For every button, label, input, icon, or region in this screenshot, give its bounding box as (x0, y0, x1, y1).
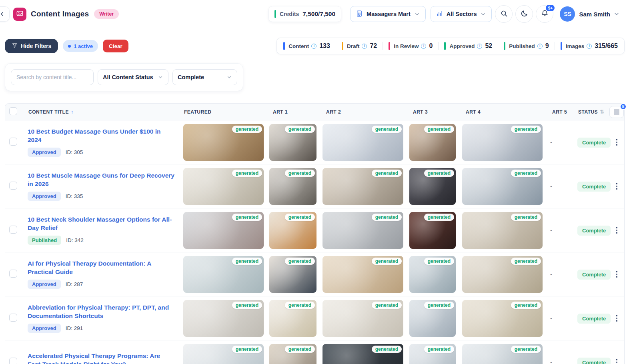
art3-thumbnail[interactable]: generated (409, 344, 456, 364)
featured-thumbnail[interactable]: generated (183, 300, 264, 337)
stat-bar (283, 42, 285, 50)
featured-thumbnail[interactable]: generated (183, 344, 264, 364)
content-title-link[interactable]: AI for Physical Therapy Documentation: A… (28, 260, 176, 276)
art5-empty-value: - (548, 315, 569, 322)
art4-thumbnail[interactable]: generated (462, 168, 543, 205)
column-art4: ART 4 (459, 109, 548, 115)
art1-thumbnail[interactable]: generated (269, 344, 316, 364)
content-table: CONTENT TITLE ↑ FEATURED ART 1 ART 2 ART… (5, 103, 625, 364)
art4-thumbnail[interactable]: generated (462, 344, 543, 364)
select-all-checkbox[interactable] (9, 107, 17, 115)
chevron-down-icon (414, 11, 420, 17)
stat-bar (444, 42, 446, 50)
row-actions-menu[interactable] (611, 312, 623, 325)
credits-card: Credits 7,500/7,500 (268, 6, 341, 22)
status-badge: Approved (28, 192, 61, 201)
sector-label: All Sectors (447, 11, 477, 17)
art2-thumbnail[interactable]: generated (323, 212, 403, 249)
art3-thumbnail[interactable]: generated (409, 124, 456, 161)
art2-thumbnail[interactable]: generated (323, 300, 403, 337)
featured-thumbnail[interactable]: generated (183, 168, 264, 205)
bar-chart-icon (436, 10, 443, 18)
generated-badge: generated (372, 258, 402, 265)
row-checkbox[interactable] (9, 182, 17, 190)
art1-thumbnail[interactable]: generated (269, 168, 316, 205)
generated-badge: generated (285, 170, 315, 177)
moon-icon (521, 10, 528, 18)
art4-thumbnail[interactable]: generated (462, 212, 543, 249)
status-badge: Approved (28, 148, 61, 157)
generated-badge: generated (285, 302, 315, 309)
row-checkbox[interactable] (9, 270, 17, 278)
status-badge: Approved (28, 280, 61, 289)
role-badge: Writer (94, 9, 119, 19)
art2-thumbnail[interactable]: generated (323, 256, 403, 293)
stat-approved: Approved i 52 (444, 42, 492, 50)
table-menu-button[interactable]: 8 (609, 106, 624, 118)
featured-thumbnail[interactable]: generated (183, 256, 264, 293)
art4-thumbnail[interactable]: generated (462, 256, 543, 293)
toolbar: Hide Filters 1 active Clear Content i 13… (5, 38, 625, 54)
row-checkbox[interactable] (9, 138, 17, 146)
row-actions-menu[interactable] (611, 268, 623, 281)
column-content-title[interactable]: CONTENT TITLE ↑ (24, 109, 180, 115)
art5-empty-value: - (548, 139, 569, 146)
art4-thumbnail[interactable]: generated (462, 300, 543, 337)
search-input[interactable] (11, 69, 94, 85)
art2-thumbnail[interactable]: generated (323, 168, 403, 205)
art2-thumbnail[interactable]: generated (323, 124, 403, 161)
column-art2: ART 2 (320, 109, 407, 115)
art3-thumbnail[interactable]: generated (409, 212, 456, 249)
featured-thumbnail[interactable]: generated (183, 124, 264, 161)
image-status-dropdown[interactable]: Complete (172, 69, 237, 85)
generated-badge: generated (511, 258, 541, 265)
chevron-down-icon (226, 74, 232, 80)
art1-thumbnail[interactable]: generated (269, 124, 316, 161)
row-actions-menu[interactable] (611, 180, 623, 193)
content-title-link[interactable]: 10 Best Budget Massage Guns Under $100 i… (28, 128, 176, 144)
search-button[interactable] (495, 5, 513, 23)
hide-filters-button[interactable]: Hide Filters (5, 39, 58, 53)
content-status-dropdown[interactable]: All Content Status (98, 69, 168, 85)
content-title-link[interactable]: Accelerated Physical Therapy Programs: A… (28, 352, 176, 364)
chevron-down-icon (613, 11, 620, 17)
credits-label: Credits (280, 11, 299, 17)
workspace-dropdown[interactable]: Massagers Mart (350, 6, 426, 22)
art3-thumbnail[interactable]: generated (409, 168, 456, 205)
art2-thumbnail[interactable]: generated (323, 344, 403, 364)
row-actions-menu[interactable] (611, 136, 623, 149)
art3-thumbnail[interactable]: generated (409, 256, 456, 293)
art1-thumbnail[interactable]: generated (269, 300, 316, 337)
art3-thumbnail[interactable]: generated (409, 300, 456, 337)
content-title-link[interactable]: Abbreviation for Physical Therapy: PT, D… (28, 304, 176, 320)
row-checkbox[interactable] (9, 358, 17, 364)
featured-thumbnail[interactable]: generated (183, 212, 264, 249)
row-checkbox[interactable] (9, 226, 17, 234)
column-status[interactable]: STATUS ⇅ (569, 109, 609, 115)
filter-funnel-icon (12, 42, 18, 50)
row-actions-menu[interactable] (611, 356, 623, 364)
stat-in-review: In Review i 0 (389, 42, 433, 50)
generated-badge: generated (372, 346, 402, 353)
row-actions-menu[interactable] (611, 224, 623, 237)
notifications-button[interactable]: 9+ (536, 5, 553, 23)
generated-badge: generated (424, 258, 454, 265)
back-button[interactable] (0, 6, 10, 22)
active-dot-icon (68, 45, 71, 48)
art4-thumbnail[interactable]: generated (462, 124, 543, 161)
content-title-link[interactable]: 10 Best Neck Shoulder Massager Options f… (28, 216, 176, 232)
theme-toggle-button[interactable] (515, 5, 533, 23)
image-status-badge: Complete (577, 358, 611, 364)
sort-icon[interactable]: ⇅ (600, 109, 604, 115)
image-status-badge: Complete (577, 138, 611, 148)
clear-filters-button[interactable]: Clear (103, 40, 128, 52)
art1-thumbnail[interactable]: generated (269, 256, 316, 293)
art1-thumbnail[interactable]: generated (269, 212, 316, 249)
column-art1: ART 1 (266, 109, 320, 115)
sector-dropdown[interactable]: All Sectors (431, 6, 492, 22)
user-menu[interactable]: SS Sam Smith (560, 6, 620, 22)
table-row: Abbreviation for Physical Therapy: PT, D… (5, 296, 624, 340)
content-title-link[interactable]: 10 Best Muscle Massage Guns for Deep Rec… (28, 172, 176, 188)
sort-ascending-icon[interactable]: ↑ (71, 109, 74, 115)
row-checkbox[interactable] (9, 314, 17, 322)
